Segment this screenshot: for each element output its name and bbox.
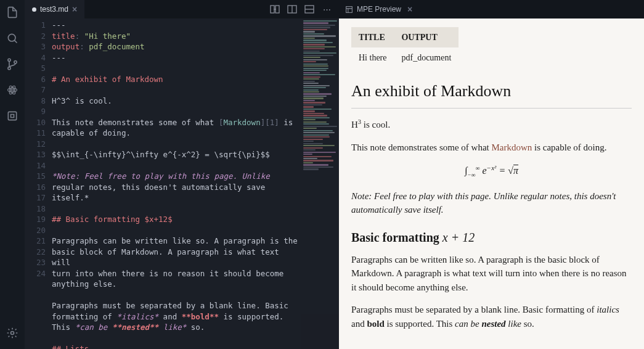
- preview-paragraph: H3 is cool.: [351, 117, 632, 132]
- close-icon[interactable]: ×: [407, 4, 412, 14]
- preview-paragraph: Paragraphs can be written like so. A par…: [351, 253, 632, 295]
- preview-note: Note: Feel free to play with this page. …: [351, 189, 632, 217]
- frontmatter-table: TITLE OUTPUT Hi there pdf_document: [351, 27, 459, 68]
- editor-tab[interactable]: test3.md ×: [25, 0, 84, 18]
- svg-rect-14: [346, 6, 353, 12]
- code-content[interactable]: ---title: "Hi there"output: pdf_document…: [52, 18, 339, 349]
- file-icon[interactable]: [5, 5, 20, 20]
- svg-point-1: [8, 59, 10, 61]
- editor-actions: ⋯: [270, 4, 339, 14]
- preview-heading-1: An exhibit of Markdown: [351, 79, 632, 103]
- git-branch-icon[interactable]: [5, 57, 20, 72]
- search-icon[interactable]: [5, 31, 20, 46]
- unsaved-indicator-icon: [32, 7, 36, 12]
- preview-paragraph: This note demonstrates some of what Mark…: [351, 141, 632, 155]
- preview-tabs: MPE Preview ×: [339, 0, 644, 18]
- table-header: OUTPUT: [394, 27, 459, 47]
- preview-paragraph: Paragraphs must be separated by a blank …: [351, 303, 632, 331]
- close-icon[interactable]: ×: [72, 4, 77, 14]
- table-cell: Hi there: [351, 47, 394, 68]
- gear-icon[interactable]: [5, 326, 20, 340]
- atom-icon[interactable]: [5, 83, 20, 97]
- svg-point-5: [8, 88, 17, 92]
- minimap[interactable]: [301, 18, 339, 349]
- divider: [351, 108, 632, 109]
- preview-tab[interactable]: MPE Preview ×: [339, 0, 418, 18]
- tab-filename: test3.md: [40, 5, 68, 14]
- preview-tab-label: MPE Preview: [357, 5, 401, 14]
- split-vertical-icon[interactable]: [304, 4, 314, 14]
- table-cell: pdf_document: [394, 47, 459, 68]
- editor-pane: test3.md × ⋯ 123456789101112131415161718…: [25, 0, 339, 349]
- svg-point-4: [11, 89, 13, 91]
- activity-bar: [0, 0, 25, 349]
- line-gutter: 123456789101112131415161718192021222324: [25, 18, 52, 349]
- svg-point-0: [8, 34, 15, 41]
- markdown-link[interactable]: Markdown: [491, 142, 532, 152]
- table-header: TITLE: [351, 27, 394, 47]
- more-icon[interactable]: ⋯: [322, 4, 332, 14]
- math-block: ∫−∞∞ e−x² = √π: [351, 163, 632, 179]
- preview-pane: MPE Preview × TITLE OUTPUT Hi there pdf_…: [339, 0, 644, 349]
- editor-tabs: test3.md × ⋯: [25, 0, 339, 18]
- preview-heading-2: Basic formatting x + 12: [351, 228, 632, 247]
- editor-body[interactable]: 123456789101112131415161718192021222324 …: [25, 18, 339, 349]
- svg-point-3: [14, 61, 17, 64]
- diff-icon[interactable]: [270, 4, 280, 14]
- preview-icon: [345, 6, 353, 14]
- package-icon[interactable]: [5, 109, 20, 123]
- split-horizontal-icon[interactable]: [287, 4, 297, 14]
- svg-point-2: [8, 67, 10, 70]
- svg-rect-8: [8, 112, 16, 120]
- preview-body[interactable]: TITLE OUTPUT Hi there pdf_document An ex…: [339, 18, 644, 349]
- svg-point-9: [11, 332, 14, 335]
